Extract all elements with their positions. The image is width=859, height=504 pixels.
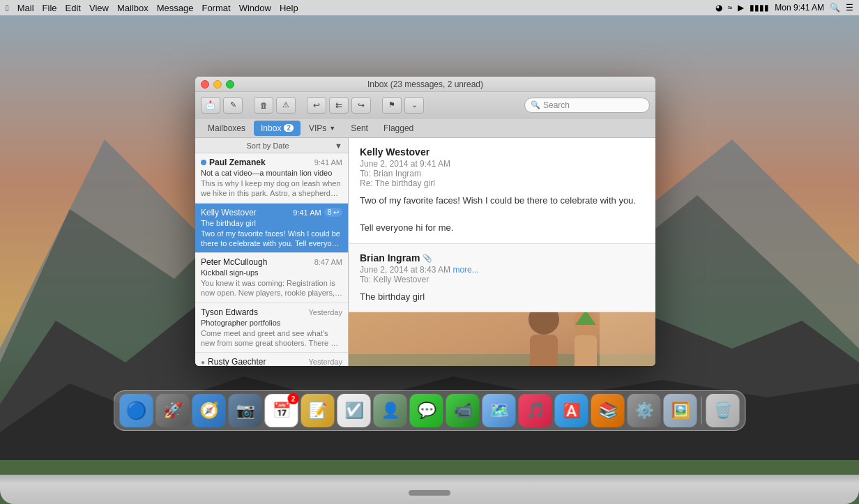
junk-button[interactable]: ⚠	[276, 97, 296, 114]
clock: Mon 9:41 AM	[775, 3, 824, 13]
sort-dropdown-icon: ▼	[335, 142, 342, 150]
dock-item-messages[interactable]: 💬	[410, 394, 443, 427]
sender-name: Paul Zemanek	[209, 158, 266, 167]
minimize-button[interactable]	[213, 80, 222, 89]
sort-bar[interactable]: Sort by Date ▼	[195, 138, 348, 153]
email-item[interactable]: Peter McCullough 8:47 AM Kickball sign-u…	[195, 253, 348, 303]
unread-indicator	[201, 160, 206, 165]
dock-item-iphoto2[interactable]: 🖼️	[664, 394, 697, 427]
forward-button[interactable]: ↪	[351, 97, 371, 114]
menu-message[interactable]: Message	[157, 3, 194, 13]
menu-icon[interactable]: ☰	[846, 3, 853, 13]
email-item[interactable]: Tyson Edwards Yesterday Photographer por…	[195, 303, 348, 353]
dock-item-safari[interactable]: 🧭	[192, 394, 226, 427]
email-item[interactable]: ● Rusty Gaechter Yesterday Craft beer an…	[195, 353, 348, 366]
dock-item-finder[interactable]: 🔵	[120, 394, 153, 427]
maximize-button[interactable]	[226, 80, 234, 89]
inbox-badge: 2	[284, 124, 294, 132]
dock-item-iphoto[interactable]: 📷	[229, 394, 262, 427]
mailbox-button[interactable]: 📩	[201, 97, 220, 114]
dock-item-notes[interactable]: 📝	[301, 394, 335, 427]
thread-item-1: Kelly Westover June 2, 2014 at 9:41 AM T…	[349, 138, 655, 244]
tab-mailboxes[interactable]: Mailboxes	[201, 121, 252, 136]
search-icon[interactable]: 🔍	[830, 3, 840, 13]
search-box[interactable]: 🔍 Search	[524, 98, 650, 113]
email-preview: You knew it was coming: Registration is …	[201, 278, 342, 298]
macbook-bezel-bottom	[0, 475, 859, 504]
dock-item-sysprefs[interactable]: ⚙️	[628, 394, 661, 427]
menu-mailbox[interactable]: Mailbox	[117, 3, 149, 13]
reply-all-button[interactable]: ⇇	[329, 97, 349, 114]
close-button[interactable]	[201, 80, 209, 89]
menu-window[interactable]: Window	[239, 3, 271, 13]
delete-button[interactable]: 🗑	[254, 97, 273, 114]
dock-item-facetime[interactable]: 📹	[446, 394, 480, 427]
email-preview: Two of my favorite faces! Wish I could b…	[201, 229, 342, 249]
reply-count-badge: 8 ↩	[324, 208, 342, 217]
email-time: 9:41 AM	[314, 158, 342, 167]
search-icon: 🔍	[531, 100, 540, 109]
sender-name: Rusty Gaechter	[208, 357, 266, 366]
tab-sent-label: Sent	[351, 123, 368, 133]
menu-file[interactable]: File	[43, 3, 57, 13]
tab-inbox-label: Inbox	[261, 123, 281, 133]
email-item[interactable]: Paul Zemanek 9:41 AM Not a cat video—a m…	[195, 153, 348, 204]
tab-inbox[interactable]: Inbox 2	[254, 121, 301, 136]
apple-menu[interactable]: 	[6, 3, 9, 13]
email-detail: Kelly Westover June 2, 2014 at 9:41 AM T…	[349, 138, 655, 366]
flag-button[interactable]: ⚑	[382, 97, 402, 114]
svg-rect-9	[530, 335, 558, 366]
tab-sent[interactable]: Sent	[344, 121, 375, 136]
sort-label: Sort by Date	[246, 142, 289, 150]
dock-item-launchpad[interactable]: 🚀	[156, 394, 190, 427]
tab-flagged-label: Flagged	[383, 123, 413, 133]
dock: 🔵 🚀 🧭 📷 📅 📝 ☑️ 👤 💬	[114, 390, 746, 431]
search-placeholder: Search	[543, 100, 570, 110]
email-time: Yesterday	[308, 358, 342, 366]
tab-flagged[interactable]: Flagged	[377, 121, 420, 136]
compose-button[interactable]: ✎	[223, 97, 243, 114]
thread-sender: Kelly Westover	[360, 146, 644, 158]
menu-edit[interactable]: Edit	[66, 3, 81, 13]
dock-item-itunes[interactable]: 🎵	[519, 394, 552, 427]
desktop: Inbox (23 messages, 2 unread) 📩 ✎ 🗑 ⚠ ↩ …	[0, 0, 859, 460]
sender-name: Tyson Edwards	[201, 307, 258, 317]
menubar:  Mail File Edit View Mailbox Message Fo…	[0, 0, 859, 15]
reply-button[interactable]: ↩	[307, 97, 326, 114]
email-subject: Photographer portfolios	[201, 319, 342, 327]
thread-to: To: Brian Ingram	[360, 169, 644, 178]
window-content: Sort by Date ▼ Paul Zemanek 9:41 AM Not …	[195, 138, 655, 366]
vips-dropdown-icon: ▼	[329, 125, 335, 132]
thread-body: Two of my favorite faces! Wish I could b…	[360, 194, 644, 235]
mail-window: Inbox (23 messages, 2 unread) 📩 ✎ 🗑 ⚠ ↩ …	[195, 77, 655, 366]
dock-item-maps[interactable]: 🗺️	[482, 394, 516, 427]
wifi-icon: ≈	[728, 3, 733, 13]
menu-format[interactable]: Format	[202, 3, 230, 13]
email-time: 9:41 AM	[293, 208, 321, 217]
sender-name: Peter McCullough	[201, 257, 267, 267]
svg-rect-13	[600, 312, 655, 366]
menu-help[interactable]: Help	[280, 3, 298, 13]
bluetooth-icon: ◕	[715, 3, 722, 13]
battery-icon: ▮▮▮▮	[750, 3, 769, 13]
window-title: Inbox (23 messages, 2 unread)	[367, 79, 483, 89]
thread-subject: Re: The birthday girl	[360, 178, 644, 188]
dock-item-calendar[interactable]: 📅	[265, 394, 298, 427]
dock-item-contacts[interactable]: 👤	[374, 394, 407, 427]
window-titlebar: Inbox (23 messages, 2 unread)	[195, 77, 655, 92]
menu-view[interactable]: View	[89, 3, 109, 13]
more-button[interactable]: ⌄	[404, 97, 424, 114]
dock-item-trash[interactable]: 🗑️	[706, 394, 740, 427]
thread-body: The birthday girl	[360, 290, 644, 304]
email-item[interactable]: Kelly Westover 9:41 AM 8 ↩ The birthday …	[195, 204, 348, 254]
thread-date: June 2, 2014 at 8:43 AM more...	[360, 265, 644, 275]
dock-item-ibooks[interactable]: 📚	[591, 394, 625, 427]
dock-item-appstore[interactable]: 🅰️	[555, 394, 588, 427]
tab-vips[interactable]: VIPs ▼	[302, 121, 342, 136]
more-link[interactable]: more...	[453, 265, 478, 275]
menu-mail[interactable]: Mail	[17, 3, 34, 13]
dock-separator	[701, 397, 702, 425]
sender-name: Kelly Westover	[201, 208, 257, 217]
attachment-icon: 📎	[423, 254, 432, 263]
dock-item-reminders[interactable]: ☑️	[337, 394, 371, 427]
